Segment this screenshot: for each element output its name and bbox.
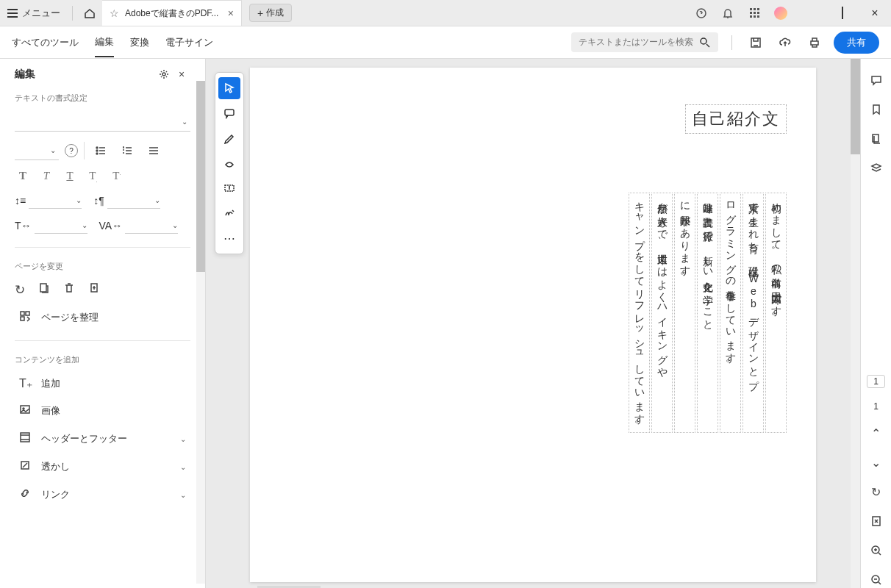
zoom-in-button[interactable] bbox=[868, 542, 884, 559]
titlebar: メニュー ☆ Adobeで縦書きのPDF... × + 作成 × bbox=[0, 0, 891, 26]
window-close[interactable]: × bbox=[859, 0, 891, 26]
svg-rect-3 bbox=[811, 41, 818, 45]
text-column[interactable]: に興味があります。 bbox=[674, 193, 695, 433]
line-height-icon: ↕≡ bbox=[15, 195, 26, 207]
menu-button[interactable]: メニュー bbox=[0, 0, 68, 26]
text-column[interactable]: キャンプをしてリフレッシュしています。 bbox=[629, 193, 650, 433]
window-minimize[interactable] bbox=[794, 0, 826, 26]
text-column[interactable]: ログラミングの仕事をしています。 bbox=[720, 193, 741, 433]
paragraph-spacing-dropdown[interactable]: ⌄ bbox=[107, 193, 160, 209]
superscript-button[interactable]: T. bbox=[109, 170, 125, 184]
horizontal-scale-dropdown[interactable]: ⌄ bbox=[35, 218, 87, 234]
new-tab-button[interactable]: + 作成 bbox=[249, 4, 292, 22]
extract-page-button[interactable] bbox=[38, 282, 50, 298]
window-maximize[interactable] bbox=[826, 0, 859, 26]
zoom-out-icon bbox=[870, 574, 882, 586]
bold-button[interactable]: T bbox=[15, 170, 31, 184]
organize-pages-button[interactable]: ページを整理 bbox=[0, 304, 205, 331]
text-column[interactable]: 趣味は読書と旅行で、新しい文化を学ぶこと bbox=[697, 193, 718, 433]
kerning-dropdown[interactable]: ⌄ bbox=[125, 218, 178, 234]
tab-esign[interactable]: 電子サイン bbox=[165, 29, 213, 57]
highlight-tool[interactable] bbox=[218, 127, 240, 149]
help-button[interactable] bbox=[688, 0, 715, 26]
chevron-down-icon: ⌄ bbox=[180, 463, 186, 471]
comment-tool[interactable] bbox=[218, 102, 240, 124]
settings-button[interactable] bbox=[155, 68, 173, 80]
thumbnails-button[interactable] bbox=[868, 131, 884, 147]
page-current[interactable]: 1 bbox=[867, 375, 885, 388]
layers-button[interactable] bbox=[868, 160, 884, 176]
add-text-button[interactable]: T₊ 追加 bbox=[0, 370, 205, 397]
right-rail: 1 1 ⌃ ⌄ ↻ bbox=[860, 59, 891, 588]
font-size-dropdown[interactable]: ⌄ bbox=[15, 141, 59, 160]
italic-button[interactable]: T bbox=[38, 170, 54, 184]
pdf-page[interactable]: 自己紹介文 初めまして。私の名前は山田太郎です。 東京で生まれ育ち、現在はWeb… bbox=[250, 68, 816, 582]
highlight-icon bbox=[223, 132, 235, 144]
textbox-tool[interactable] bbox=[218, 177, 240, 199]
horizontal-scale-icon: T↔ bbox=[15, 220, 32, 232]
rotate-view-button[interactable]: ↻ bbox=[868, 484, 884, 500]
tab-convert[interactable]: 変換 bbox=[130, 29, 149, 57]
plus-icon: + bbox=[257, 7, 263, 19]
header-footer-button[interactable]: ヘッダーとフッター ⌄ bbox=[0, 425, 205, 453]
save-button[interactable] bbox=[745, 32, 766, 53]
numbered-list-icon bbox=[121, 145, 133, 157]
bookmark-panel-button[interactable] bbox=[868, 101, 884, 118]
image-icon bbox=[19, 404, 32, 418]
numbered-list-button[interactable] bbox=[117, 140, 137, 161]
document-title[interactable]: 自己紹介文 bbox=[685, 104, 787, 134]
bullet-list-button[interactable] bbox=[90, 140, 111, 161]
share-button[interactable]: 共有 bbox=[834, 32, 879, 54]
cloud-button[interactable] bbox=[775, 32, 795, 53]
text-column[interactable]: 東京で生まれ育ち、現在はWebデザインとプ bbox=[742, 193, 764, 433]
tab-close-button[interactable]: × bbox=[228, 7, 234, 19]
zoom-out-button[interactable] bbox=[868, 572, 884, 588]
add-image-button[interactable]: 画像 bbox=[0, 397, 205, 425]
align-button[interactable] bbox=[143, 140, 164, 161]
next-page-button[interactable]: ⌄ bbox=[868, 454, 884, 470]
subscript-button[interactable]: T. bbox=[85, 170, 101, 184]
close-sidebar-button[interactable]: × bbox=[173, 68, 190, 80]
watermark-button[interactable]: 透かし ⌄ bbox=[0, 453, 205, 481]
home-button[interactable] bbox=[77, 0, 102, 26]
star-icon[interactable]: ☆ bbox=[110, 7, 119, 19]
prev-page-button[interactable]: ⌃ bbox=[868, 425, 884, 441]
delete-page-button[interactable] bbox=[63, 282, 75, 298]
text-column[interactable]: 初めまして。私の名前は山田太郎です。 bbox=[765, 193, 787, 433]
link-button[interactable]: リンク ⌄ bbox=[0, 481, 205, 509]
underline-button[interactable]: T bbox=[62, 170, 78, 184]
chevron-up-icon: ⌃ bbox=[871, 426, 881, 440]
apps-button[interactable] bbox=[741, 0, 767, 26]
svg-point-14 bbox=[23, 408, 24, 409]
scrollbar-thumb[interactable] bbox=[196, 81, 205, 272]
scrollbar-thumb[interactable] bbox=[851, 59, 860, 154]
cursor-icon bbox=[223, 82, 235, 94]
notifications-button[interactable] bbox=[715, 0, 741, 26]
line-height-dropdown[interactable]: ⌄ bbox=[29, 193, 82, 209]
draw-tool[interactable] bbox=[218, 152, 240, 174]
document-tab[interactable]: ☆ Adobeで縦書きのPDF... × bbox=[102, 0, 242, 26]
canvas-scrollbar[interactable] bbox=[851, 59, 860, 588]
insert-page-button[interactable] bbox=[88, 282, 100, 298]
more-tools[interactable]: ⋯ bbox=[218, 227, 240, 249]
select-tool[interactable] bbox=[218, 77, 240, 99]
tab-all-tools[interactable]: すべてのツール bbox=[12, 29, 79, 57]
account-button[interactable] bbox=[767, 0, 794, 26]
font-family-dropdown[interactable]: ⌄ bbox=[15, 112, 190, 132]
header-footer-label: ヘッダーとフッター bbox=[41, 432, 127, 445]
search-box[interactable]: テキストまたはツールを検索 bbox=[571, 32, 718, 52]
rotate-button[interactable]: ↻ bbox=[15, 282, 25, 298]
comment-panel-button[interactable] bbox=[868, 72, 884, 88]
chevron-down-icon: ⌄ bbox=[50, 146, 56, 154]
fit-page-button[interactable] bbox=[868, 513, 884, 529]
svg-rect-12 bbox=[21, 317, 24, 320]
bookmark-icon bbox=[870, 104, 882, 115]
sidebar-scrollbar[interactable] bbox=[196, 81, 205, 584]
text-column[interactable]: 自然が大好きで、週末にはよくハイキングや bbox=[651, 193, 673, 433]
svg-point-4 bbox=[162, 73, 165, 76]
search-icon bbox=[699, 37, 711, 49]
help-button[interactable]: ? bbox=[65, 144, 78, 157]
sign-tool[interactable] bbox=[218, 202, 240, 224]
print-button[interactable] bbox=[804, 32, 825, 53]
tab-edit[interactable]: 編集 bbox=[95, 28, 114, 57]
